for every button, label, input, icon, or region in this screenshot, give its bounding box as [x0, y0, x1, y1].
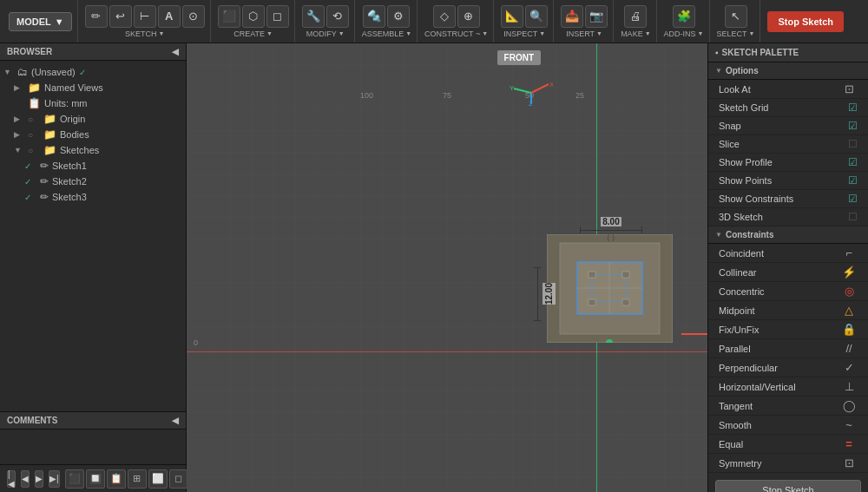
symmetry-icon: ⊡ [840, 456, 858, 469]
create-icon-hex[interactable]: ⬡ [242, 5, 265, 28]
tree-item-sketch2[interactable]: ✓ ✏ Sketch2 [0, 174, 186, 189]
tree-item-unsaved[interactable]: ▼ 🗂 (Unsaved) ✓ [0, 64, 186, 80]
timeline-back[interactable]: ◀ [21, 470, 30, 488]
timeline-icon-5[interactable]: ⬜ [148, 469, 168, 489]
palette-row-coincident[interactable]: Coincident ⌐ [708, 244, 868, 263]
palette-row-snap[interactable]: Snap ☑ [708, 117, 868, 135]
slice-checkbox[interactable]: ☐ [848, 138, 858, 150]
stop-sketch-palette-button[interactable]: Stop Sketch [715, 480, 861, 492]
timeline: |◀ ◀ ▶ ▶| ⬛ 🔲 📋 ⊞ ⬜ ◻ ⚙ [0, 464, 186, 492]
sketch-icon-undo[interactable]: ↩ [109, 5, 132, 28]
palette-row-midpoint[interactable]: Midpoint △ [708, 301, 868, 320]
dim-h-bracket: ⟨ ⟩ [607, 233, 616, 242]
create-icon-shape[interactable]: ◻ [266, 5, 289, 28]
tree-arrow-bodies: ▶ [14, 130, 24, 139]
tree-item-origin[interactable]: ▶ ○ 📁 Origin [0, 111, 186, 127]
tree-arrow-origin: ▶ [14, 115, 24, 123]
tree-check-origin: ○ [28, 115, 40, 124]
select-icon-1[interactable]: ↖ [725, 5, 747, 28]
assemble-icon-2[interactable]: ⚙ [387, 5, 410, 28]
constraints-section-header[interactable]: ▼ Constraints [708, 226, 868, 244]
palette-row-symmetry[interactable]: Symmetry ⊡ [708, 454, 868, 473]
palette-row-showconstraints[interactable]: Show Constraints ☑ [708, 190, 868, 208]
tree-item-sketch3[interactable]: ✓ ✏ Sketch3 [0, 189, 186, 205]
palette-row-3dsketch[interactable]: 3D Sketch ☐ [708, 208, 868, 226]
showpoints-checkbox[interactable]: ☑ [848, 174, 858, 187]
timeline-icon-4[interactable]: ⊞ [128, 469, 147, 489]
sketch-icon-text[interactable]: A [158, 5, 181, 28]
browser-collapse-icon[interactable]: ◀ [172, 47, 179, 56]
options-section-header[interactable]: ▼ Options [708, 62, 868, 80]
tree-arrow-namedviews: ▶ [14, 83, 24, 92]
showconstraints-checkbox[interactable]: ☑ [848, 193, 858, 205]
tangent-icon: ◯ [840, 399, 858, 412]
snap-checkbox[interactable]: ☑ [848, 120, 858, 132]
palette-row-fixunfix[interactable]: Fix/UnFix 🔒 [708, 320, 868, 339]
3dsketch-checkbox[interactable]: ☐ [848, 211, 858, 223]
make-icon-1[interactable]: 🖨 [624, 5, 647, 28]
create-icon-box[interactable]: ⬛ [218, 5, 240, 28]
slice-label: Slice [719, 139, 740, 149]
sketch-palette: ▪ SKETCH PALETTE ▼ Options Look At ⊡ Ske… [707, 43, 868, 492]
timeline-icon-2[interactable]: 🔲 [86, 469, 105, 489]
addins-icon-1[interactable]: 🧩 [673, 5, 695, 28]
construct-icon-1[interactable]: ◇ [433, 5, 456, 28]
palette-row-parallel[interactable]: Parallel // [708, 339, 868, 358]
timeline-icon-1[interactable]: ⬛ [65, 469, 84, 489]
palette-row-tangent[interactable]: Tangent ◯ [708, 397, 868, 416]
assemble-icon-1[interactable]: 🔩 [363, 5, 385, 28]
modify-group: 🔧 ⟲ MODIFY ▼ [297, 0, 355, 43]
tree-item-bodies[interactable]: ▶ ○ 📁 Bodies [0, 127, 186, 142]
tree-item-sketch1[interactable]: ✓ ✏ Sketch1 [0, 158, 186, 174]
palette-row-slice[interactable]: Slice ☐ [708, 135, 868, 154]
tree-item-namedviews[interactable]: ▶ 📁 Named Views [0, 80, 186, 95]
palette-row-showpoints[interactable]: Show Points ☑ [708, 172, 868, 190]
palette-row-concentric[interactable]: Concentric ◎ [708, 282, 868, 301]
showprofile-checkbox[interactable]: ☑ [848, 156, 858, 168]
canvas-area[interactable]: 100 75 50 25 0 8.00 [187, 43, 707, 492]
timeline-forward[interactable]: ▶ [35, 470, 43, 488]
palette-row-lookat[interactable]: Look At ⊡ [708, 80, 868, 99]
midpoint-icon: △ [840, 304, 858, 317]
modify-icon-1[interactable]: 🔧 [302, 5, 325, 28]
insert-icon-2[interactable]: 📷 [585, 5, 608, 28]
timeline-forward-end[interactable]: ▶| [49, 470, 60, 488]
create-label: CREATE ▼ [233, 30, 273, 38]
inspect-icon-2[interactable]: 🔍 [525, 5, 548, 28]
select-dropdown-icon: ▼ [749, 30, 755, 36]
stop-sketch-button[interactable]: Stop Sketch [767, 11, 844, 32]
timeline-icon-6[interactable]: ◻ [169, 469, 188, 489]
sketch-icon-circle[interactable]: ⊙ [182, 5, 205, 28]
dim-v-value: 12.00 [542, 283, 556, 305]
perpendicular-label: Perpendicular [719, 363, 778, 373]
palette-row-sketchgrid[interactable]: Sketch Grid ☑ [708, 99, 868, 117]
sketchgrid-checkbox[interactable]: ☑ [848, 102, 858, 114]
modify-icon-2[interactable]: ⟲ [326, 5, 349, 28]
insert-icon-1[interactable]: 📥 [561, 5, 583, 28]
sketch-icon-line[interactable]: ⊢ [134, 5, 156, 28]
front-label[interactable]: FRONT [497, 50, 541, 65]
tree-label-sketches: Sketches [60, 145, 99, 155]
tree-label-sketch2: Sketch2 [52, 176, 87, 187]
palette-row-showprofile[interactable]: Show Profile ☑ [708, 154, 868, 172]
construct-icon-2[interactable]: ⊕ [457, 5, 480, 28]
timeline-back-start[interactable]: |◀ [7, 470, 16, 488]
palette-row-equal[interactable]: Equal = [708, 435, 868, 454]
tree-item-units[interactable]: 📋 Units: mm [0, 95, 186, 111]
dim-h-value: 8.00 [601, 217, 621, 226]
palette-row-smooth[interactable]: Smooth ~ [708, 416, 868, 435]
palette-row-perpendicular[interactable]: Perpendicular ✓ [708, 358, 868, 377]
tree-icon-unsaved: 🗂 [17, 66, 28, 78]
palette-row-horizontalvertical[interactable]: Horizontal/Vertical ⊥ [708, 377, 868, 397]
addins-icons: 🧩 [673, 5, 695, 28]
create-icons: ⬛ ⬡ ◻ [218, 5, 289, 28]
comments-collapse-icon[interactable]: ◀ [172, 416, 179, 425]
model-button[interactable]: MODEL ▼ [9, 12, 72, 31]
create-dropdown-icon: ▼ [266, 30, 273, 36]
palette-row-collinear[interactable]: Collinear ⚡ [708, 263, 868, 282]
inspect-icon-1[interactable]: 📐 [501, 5, 523, 28]
sketch-icon-pencil[interactable]: ✏ [85, 5, 108, 28]
lookat-icon[interactable]: ⊡ [840, 82, 858, 95]
timeline-icon-3[interactable]: 📋 [107, 469, 126, 489]
tree-item-sketches[interactable]: ▼ ○ 📁 Sketches [0, 142, 186, 158]
